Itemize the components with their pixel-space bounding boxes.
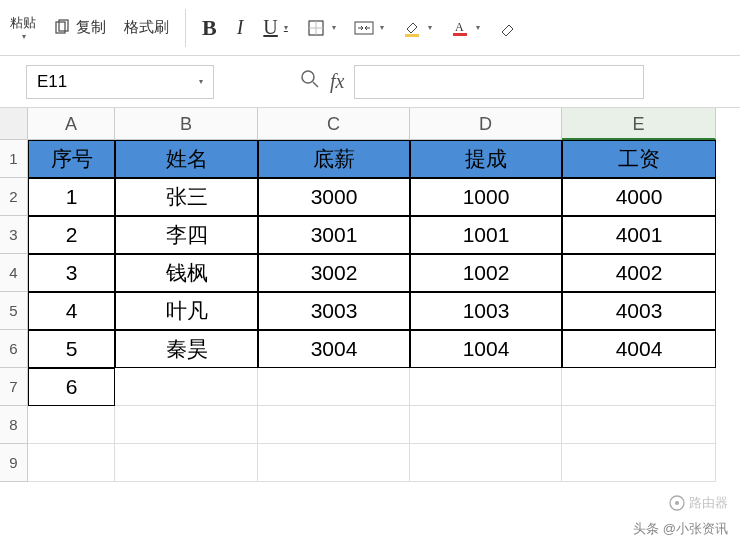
cell[interactable] [410,406,562,444]
cell[interactable]: 4001 [562,216,716,254]
column-headers: A B C D E [0,108,740,140]
separator [185,9,186,47]
merge-icon [354,18,374,38]
cell[interactable]: 1004 [410,330,562,368]
copy-label: 复制 [76,18,106,37]
border-icon [306,18,326,38]
format-painter-button[interactable]: 格式刷 [116,16,177,39]
fill-color-icon [402,18,422,38]
chevron-down-icon: ▾ [476,23,480,32]
font-color-button[interactable]: A ▾ [442,16,488,40]
row-header[interactable]: 3 [0,216,28,254]
cell[interactable]: 3 [28,254,115,292]
paste-label: 粘贴 [10,14,36,32]
chevron-down-icon: ▾ [284,23,288,32]
spreadsheet: A B C D E 1 2 3 4 5 6 7 8 9 序号 姓名 底薪 提成 … [0,108,740,482]
svg-rect-8 [453,33,467,36]
cell[interactable]: 2 [28,216,115,254]
formula-bar: E11 ▾ fx [0,56,740,108]
chevron-down-icon: ▾ [332,23,336,32]
cell[interactable]: 3004 [258,330,410,368]
svg-point-12 [675,501,679,505]
search-icon[interactable] [300,69,320,94]
cell[interactable] [115,406,258,444]
cell[interactable]: 3003 [258,292,410,330]
row-header[interactable]: 4 [0,254,28,292]
chevron-down-icon: ▾ [22,32,26,41]
cell[interactable]: 1000 [410,178,562,216]
row-header[interactable]: 8 [0,406,28,444]
format-painter-label: 格式刷 [124,18,169,37]
eraser-button[interactable] [490,16,526,40]
cell[interactable] [562,444,716,482]
watermark-text: 头条 @小张资讯 [633,520,728,538]
cell[interactable] [410,368,562,406]
cell[interactable]: 4 [28,292,115,330]
watermark: 路由器 [669,494,728,512]
name-box[interactable]: E11 ▾ [26,65,214,99]
cell[interactable]: 秦昊 [115,330,258,368]
chevron-down-icon: ▾ [199,77,203,86]
italic-button[interactable]: I [227,14,254,41]
underline-button[interactable]: U▾ [255,14,295,41]
svg-rect-5 [355,22,373,34]
cell[interactable] [562,368,716,406]
cell[interactable]: 1001 [410,216,562,254]
cell[interactable]: 4004 [562,330,716,368]
cell[interactable]: 1 [28,178,115,216]
fill-color-button[interactable]: ▾ [394,16,440,40]
cell[interactable]: 1003 [410,292,562,330]
select-all-cell[interactable] [0,108,28,140]
fx-label[interactable]: fx [330,70,344,93]
cell[interactable] [562,406,716,444]
row-header[interactable]: 2 [0,178,28,216]
cell[interactable]: 4003 [562,292,716,330]
cell[interactable]: 叶凡 [115,292,258,330]
cell[interactable] [115,368,258,406]
cell[interactable]: 序号 [28,140,115,178]
toolbar: 粘贴 ▾ 复制 格式刷 B I U▾ ▾ ▾ ▾ A ▾ [0,0,740,56]
cell[interactable] [115,444,258,482]
svg-rect-6 [405,34,419,37]
cell[interactable]: 3002 [258,254,410,292]
cell[interactable]: 姓名 [115,140,258,178]
row-header[interactable]: 5 [0,292,28,330]
cell[interactable]: 4002 [562,254,716,292]
cell[interactable]: 李四 [115,216,258,254]
paste-button[interactable]: 粘贴 ▾ [4,4,42,52]
column-header[interactable]: D [410,108,562,140]
cell[interactable] [28,444,115,482]
cell[interactable]: 4000 [562,178,716,216]
cell[interactable]: 3000 [258,178,410,216]
cell[interactable]: 1002 [410,254,562,292]
row-header[interactable]: 7 [0,368,28,406]
formula-input[interactable] [354,65,644,99]
cell[interactable] [258,368,410,406]
cell[interactable]: 提成 [410,140,562,178]
merge-button[interactable]: ▾ [346,16,392,40]
row-header[interactable]: 9 [0,444,28,482]
cell[interactable] [410,444,562,482]
cell[interactable]: 钱枫 [115,254,258,292]
column-header[interactable]: C [258,108,410,140]
cell[interactable]: 张三 [115,178,258,216]
column-header[interactable]: B [115,108,258,140]
cells-area: 序号 姓名 底薪 提成 工资 1 张三 3000 1000 4000 2 李四 … [28,140,716,482]
column-header[interactable]: E [562,108,716,140]
border-button[interactable]: ▾ [298,16,344,40]
cell[interactable] [258,406,410,444]
cell[interactable]: 3001 [258,216,410,254]
svg-point-9 [302,71,314,83]
cell[interactable] [258,444,410,482]
cell[interactable]: 底薪 [258,140,410,178]
bold-button[interactable]: B [194,13,225,43]
cell[interactable]: 5 [28,330,115,368]
eraser-icon [498,18,518,38]
row-header[interactable]: 6 [0,330,28,368]
row-header[interactable]: 1 [0,140,28,178]
column-header[interactable]: A [28,108,115,140]
copy-button[interactable]: 复制 [44,16,114,40]
cell[interactable] [28,406,115,444]
cell[interactable]: 工资 [562,140,716,178]
cell[interactable]: 6 [28,368,115,406]
